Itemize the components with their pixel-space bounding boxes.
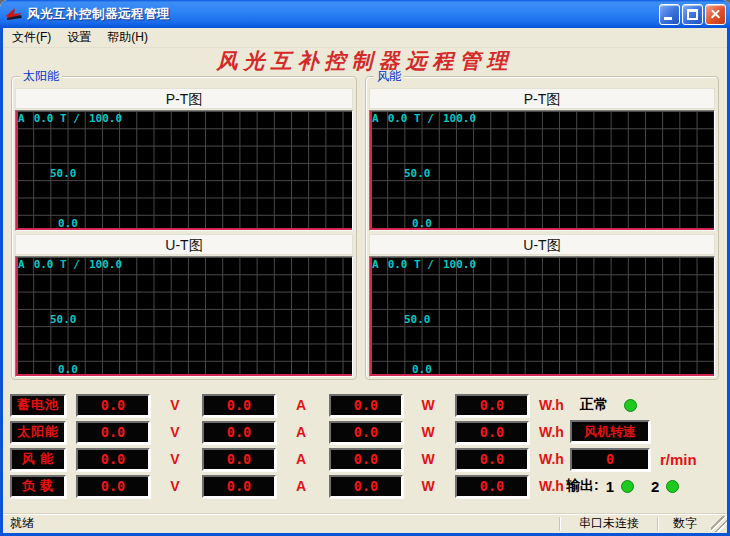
fan-speed-label: 风机转速 <box>570 420 650 443</box>
group-solar: 太阳能 P-T图 A 0.0 T / 100.0 50.0 0.0 U-T图 <box>11 76 357 380</box>
axis-origin-label: 0.0 T / <box>34 112 80 125</box>
battery-voltage-display: 0.0 <box>76 394 150 417</box>
axis-ymax-label: 100.0 <box>443 258 476 271</box>
x-axis-line <box>16 228 352 230</box>
solar-ut-chart-title: U-T图 <box>15 234 353 255</box>
wind-pt-chart-title: P-T图 <box>369 88 715 109</box>
wind-ut-chart: A 0.0 T / 100.0 50.0 0.0 <box>369 256 715 377</box>
energy-unit: W.h <box>539 451 569 467</box>
minimize-button[interactable] <box>659 4 680 25</box>
solar-power-display: 0.0 <box>329 421 403 444</box>
solar-energy-display: 0.0 <box>455 421 529 444</box>
axis-origin-label: 0.0 T / <box>34 258 80 271</box>
load-current-display: 0.0 <box>202 475 276 498</box>
load-voltage-display: 0.0 <box>76 475 150 498</box>
load-label: 负 载 <box>10 475 66 498</box>
x-axis-line <box>370 374 714 376</box>
num-mode-text: 数字 <box>659 515 711 532</box>
output-status-row: 输出: 1 2 <box>566 474 679 498</box>
y-axis-line <box>16 111 18 230</box>
close-button[interactable] <box>705 4 726 25</box>
power-unit: W <box>415 424 441 440</box>
axis-ymid-label: 50.0 <box>50 313 77 326</box>
minimize-icon <box>664 17 672 20</box>
current-unit: A <box>288 451 314 467</box>
battery-power-display: 0.0 <box>329 394 403 417</box>
output1-number: 1 <box>606 478 614 495</box>
wind-power-display: 0.0 <box>329 448 403 471</box>
axis-ymax-label: 100.0 <box>89 112 122 125</box>
energy-unit: W.h <box>539 478 569 494</box>
wind-pt-chart: A 0.0 T / 100.0 50.0 0.0 <box>369 110 715 231</box>
axis-ymax-label: 100.0 <box>443 112 476 125</box>
window-title: 风光互补控制器远程管理 <box>27 6 657 23</box>
current-unit: A <box>288 424 314 440</box>
page-title: 风光互补控制器远程管理 <box>3 48 727 74</box>
menu-bar: 文件(F) 设置 帮助(H) <box>3 28 727 48</box>
axis-ymid-label: 50.0 <box>50 167 77 180</box>
battery-label: 蓄电池 <box>10 394 66 417</box>
app-window: 风光互补控制器远程管理 文件(F) 设置 帮助(H) 风光互补控制器远程管理 太… <box>0 0 730 536</box>
wind-current-display: 0.0 <box>202 448 276 471</box>
menu-file[interactable]: 文件(F) <box>4 27 59 48</box>
solar-pt-chart-title: P-T图 <box>15 88 353 109</box>
solar-label: 太阳能 <box>10 421 66 444</box>
app-icon <box>5 6 23 22</box>
menu-help[interactable]: 帮助(H) <box>99 27 156 48</box>
serial-status-text: 串口未连接 <box>561 515 657 532</box>
title-bar: 风光互补控制器远程管理 <box>0 0 730 28</box>
axis-ymax-label: 100.0 <box>89 258 122 271</box>
status-normal-label: 正常 <box>580 396 608 414</box>
axis-origin-label: 0.0 T / <box>388 258 434 271</box>
wind-energy-display: 0.0 <box>455 448 529 471</box>
voltage-unit: V <box>162 397 188 413</box>
group-wind: 风能 P-T图 A 0.0 T / 100.0 50.0 0.0 U-T图 <box>365 76 719 380</box>
current-unit: A <box>288 397 314 413</box>
battery-energy-display: 0.0 <box>455 394 529 417</box>
fan-speed-row: 0 r/min <box>570 447 697 471</box>
system-status: 正常 <box>580 393 637 417</box>
window-body: 文件(F) 设置 帮助(H) 风光互补控制器远程管理 太阳能 P-T图 A 0.… <box>0 28 730 536</box>
group-wind-label: 风能 <box>374 70 404 83</box>
readings-panel: 蓄电池 0.0 V 0.0 A 0.0 W 0.0 W.h 太阳能 0.0 V … <box>10 393 723 505</box>
voltage-unit: V <box>162 424 188 440</box>
solar-pt-chart: A 0.0 T / 100.0 50.0 0.0 <box>15 110 353 231</box>
x-axis-line <box>16 374 352 376</box>
status-normal-indicator <box>624 399 637 412</box>
maximize-button[interactable] <box>682 4 703 25</box>
client-area: 风光互补控制器远程管理 太阳能 P-T图 A 0.0 T / 100.0 50.… <box>3 48 727 513</box>
axis-corner-label: A <box>18 258 25 271</box>
solar-voltage-display: 0.0 <box>76 421 150 444</box>
battery-current-display: 0.0 <box>202 394 276 417</box>
current-unit: A <box>288 478 314 494</box>
solar-current-display: 0.0 <box>202 421 276 444</box>
y-axis-line <box>370 111 372 230</box>
x-axis-line <box>370 228 714 230</box>
status-ready-text: 就绪 <box>3 515 559 532</box>
wind-ut-chart-title: U-T图 <box>369 234 715 255</box>
menu-settings[interactable]: 设置 <box>59 27 99 48</box>
voltage-unit: V <box>162 478 188 494</box>
voltage-unit: V <box>162 451 188 467</box>
axis-ymid-label: 50.0 <box>404 313 431 326</box>
axis-ymid-label: 50.0 <box>404 167 431 180</box>
power-unit: W <box>415 451 441 467</box>
output1-indicator <box>621 480 634 493</box>
maximize-icon <box>687 9 698 20</box>
load-power-display: 0.0 <box>329 475 403 498</box>
wind-voltage-display: 0.0 <box>76 448 150 471</box>
y-axis-line <box>16 257 18 376</box>
fan-speed-unit: r/min <box>660 451 697 468</box>
y-axis-line <box>370 257 372 376</box>
axis-corner-label: A <box>372 258 379 271</box>
chart-groups: 太阳能 P-T图 A 0.0 T / 100.0 50.0 0.0 U-T图 <box>11 76 721 380</box>
axis-origin-label: 0.0 T / <box>388 112 434 125</box>
energy-unit: W.h <box>539 397 569 413</box>
resize-grip[interactable] <box>711 516 727 532</box>
energy-unit: W.h <box>539 424 569 440</box>
output2-number: 2 <box>651 478 659 495</box>
power-unit: W <box>415 478 441 494</box>
solar-ut-chart: A 0.0 T / 100.0 50.0 0.0 <box>15 256 353 377</box>
group-solar-label: 太阳能 <box>20 70 62 83</box>
output-label: 输出: <box>566 477 599 495</box>
